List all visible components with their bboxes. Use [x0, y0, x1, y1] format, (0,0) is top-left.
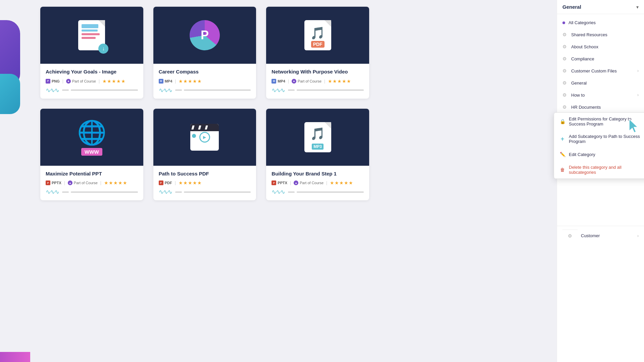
progress-bar-6	[288, 192, 364, 193]
card-achieving-goals[interactable]: ↓ Achieving Your Goals - Image P PNG | ▲…	[40, 7, 143, 99]
card-grid: ↓ Achieving Your Goals - Image P PNG | ▲…	[40, 7, 369, 200]
sidebar: General ▾ All Categories ⚙ Shared Resour…	[557, 0, 644, 362]
sidebar-item-customer-bottom[interactable]: ⚙ Customer ›	[557, 226, 644, 245]
plus-icon: +	[559, 136, 565, 142]
nav-label-shared: Shared Resources	[571, 32, 639, 37]
nav-label-general: General	[571, 81, 639, 86]
sidebar-item-about-schoox[interactable]: ⚙ About Schoox	[557, 41, 644, 53]
file-type-3: M MP4	[271, 79, 285, 84]
chevron-down-icon: ▾	[636, 4, 639, 10]
stars-5: ★★★★★	[179, 180, 202, 186]
card-title-3: Networking With Purpose Video	[271, 68, 364, 75]
file-type-1: P PNG	[46, 79, 60, 84]
progress-bar-3	[288, 90, 364, 91]
wavy-6: ∿∿∿	[271, 188, 285, 196]
arrow-icon-howto: ›	[637, 93, 639, 97]
context-menu-add-subcategory[interactable]: + Add Subcategory to Path to Success Pro…	[554, 130, 644, 148]
gear-icon-hr: ⚙	[562, 104, 568, 110]
card-building-brand[interactable]: 🎵 MP3 Building Your Brand Step 1 P PPTX …	[266, 109, 369, 201]
stars-2: ★★★★★	[179, 79, 202, 84]
card-maximize[interactable]: 🌐 WWW Maximize Potential PPT P PPTX | ▲ …	[40, 109, 143, 201]
context-menu: 🔒 Edit Permissions for Category to Succe…	[554, 112, 644, 179]
card-thumbnail-2: P	[153, 7, 256, 64]
progress-row-3: ∿∿∿	[271, 87, 364, 94]
download-arrow: ↓	[98, 44, 108, 54]
card-title-6: Building Your Brand Step 1	[271, 170, 364, 177]
play-button[interactable]: ▶	[199, 132, 210, 143]
context-menu-edit-permissions[interactable]: 🔒 Edit Permissions for Category to Succe…	[554, 113, 644, 130]
wavy-2: ∿∿∿	[159, 87, 172, 94]
file-icon-pptx-4: P	[46, 180, 50, 185]
card-thumbnail-5: ▶	[153, 109, 256, 166]
card-meta-4: P PPTX | ▲ Part of Course | ★★★★★	[46, 180, 138, 186]
file-icon-mp4-3: M	[271, 79, 276, 84]
context-menu-add-subcategory-label: Add Subcategory to Path to Success Progr…	[569, 134, 644, 144]
card-body-4: Maximize Potential PPT P PPTX | ▲ Part o…	[40, 166, 143, 201]
sidebar-header[interactable]: General ▾	[557, 0, 644, 14]
progress-row-5: ∿∿∿	[159, 188, 251, 196]
doc-icon-1: ↓	[78, 20, 105, 50]
card-title-2: Career Compass	[159, 68, 251, 75]
card-title-5: Path to Success PDF	[159, 170, 251, 177]
nav-label-howto: How to	[571, 93, 637, 98]
nav-dot-icon	[562, 21, 565, 24]
sidebar-item-all-categories[interactable]: All Categories	[557, 17, 644, 29]
card-career-compass[interactable]: P Career Compass M MP4 | ★★★★★ ∿∿∿	[153, 7, 256, 99]
context-menu-edit-category[interactable]: ✏️ Edit Category	[554, 148, 644, 161]
card-networking[interactable]: 🎵 PDF Networking With Purpose Video M MP…	[266, 7, 369, 99]
card-meta-5: P PDF | ★★★★★	[159, 180, 251, 186]
file-icon-pptx-6: P	[271, 180, 276, 185]
nav-label-about: About Schoox	[571, 44, 639, 49]
course-icon-1: ▲	[66, 79, 71, 84]
lock-icon: 🔒	[559, 118, 565, 124]
sidebar-item-hr-documents[interactable]: ⚙ HR Documents	[557, 101, 644, 113]
stars-3: ★★★★★	[328, 79, 351, 84]
wavy-5: ∿∿∿	[159, 188, 172, 196]
sidebar-title: General	[562, 4, 581, 10]
file-type-4: P PPTX	[46, 180, 61, 185]
part-of-course-4: ▲ Part of Course	[68, 180, 98, 185]
file-icon-png: P	[46, 79, 50, 84]
card-meta-6: P PPTX | ▲ Part of Course | ★★★★★	[271, 180, 364, 186]
gear-icon-customer-bottom: ⚙	[562, 229, 578, 242]
gear-icon-about: ⚙	[562, 44, 568, 49]
progress-row-6: ∿∿∿	[271, 188, 364, 196]
card-thumbnail-3: 🎵 PDF	[266, 7, 369, 64]
sidebar-item-general[interactable]: ⚙ General	[557, 77, 644, 89]
gear-icon-howto: ⚙	[562, 92, 568, 98]
gear-icon-compliance: ⚙	[562, 56, 568, 61]
card-title-4: Maximize Potential PPT	[46, 170, 138, 177]
main-content: ↓ Achieving Your Goals - Image P PNG | ▲…	[30, 0, 557, 362]
sidebar-item-how-to[interactable]: ⚙ How to ›	[557, 89, 644, 101]
sidebar-item-compliance[interactable]: ⚙ Compliance	[557, 53, 644, 65]
card-thumbnail-4: 🌐 WWW	[40, 109, 143, 166]
nav-label-customer: Customer Custom Files	[571, 68, 637, 73]
progress-bar-4	[62, 192, 138, 193]
card-body-2: Career Compass M MP4 | ★★★★★ ∿∿∿	[153, 64, 256, 99]
wavy-3: ∿∿∿	[271, 87, 285, 94]
trash-icon: 🗑	[559, 167, 565, 173]
course-icon-3: ▲	[292, 79, 296, 84]
mp3-doc-icon: 🎵 MP3	[304, 122, 331, 152]
progress-row-2: ∿∿∿	[159, 87, 251, 94]
progress-row-1: ∿∿∿	[46, 87, 138, 94]
file-type-6: P PPTX	[271, 180, 287, 185]
card-body-1: Achieving Your Goals - Image P PNG | ▲ P…	[40, 64, 143, 99]
course-icon-4: ▲	[68, 180, 72, 185]
context-menu-delete-category[interactable]: 🗑 Delete this category and all subcatego…	[554, 161, 644, 178]
wavy-1: ∿∿∿	[46, 87, 59, 94]
sidebar-item-shared-resources[interactable]: ⚙ Shared Resources	[557, 29, 644, 41]
stars-4: ★★★★★	[104, 180, 128, 186]
card-title-1: Achieving Your Goals - Image	[46, 68, 138, 75]
nav-label-hr: HR Documents	[571, 105, 639, 110]
card-path-success[interactable]: ▶ Path to Success PDF P PDF | ★★★★★ ∿∿∿	[153, 109, 256, 201]
card-thumbnail-1: ↓	[40, 7, 143, 64]
file-icon-pdf-5: P	[159, 180, 163, 185]
sidebar-item-customer-custom-files[interactable]: ⚙ Customer Custom Files ›	[557, 65, 644, 77]
card-body-5: Path to Success PDF P PDF | ★★★★★ ∿∿∿	[153, 166, 256, 201]
edit-icon: ✏️	[559, 151, 565, 157]
file-type-2: M MP4	[159, 79, 172, 84]
www-icon: 🌐 WWW	[77, 119, 106, 156]
part-of-course-1: ▲ Part of Course	[66, 79, 96, 84]
wavy-4: ∿∿∿	[46, 188, 59, 196]
